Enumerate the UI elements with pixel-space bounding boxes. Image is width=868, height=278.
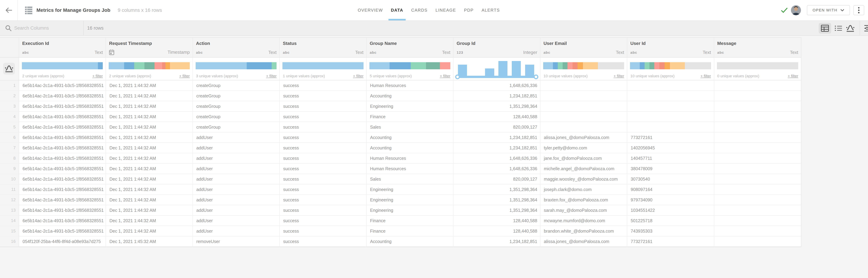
column-header-user-email[interactable]: User EmailabcText bbox=[540, 38, 627, 58]
histogram-segment bbox=[170, 62, 190, 69]
table-cell: success bbox=[280, 91, 367, 101]
table-cell: 1,234,182,851 bbox=[454, 91, 540, 101]
column-type-label: Text bbox=[95, 50, 103, 55]
column-header-request-timestamp[interactable]: Request TimestampTimestamp bbox=[106, 38, 193, 58]
table-cell: Human Resources bbox=[367, 80, 454, 91]
table-cell bbox=[714, 143, 801, 153]
table-cell: Dec 1, 2021 1:44:32 AM bbox=[106, 205, 193, 216]
data-grid: Execution IdabcTextRequest TimestampTime… bbox=[0, 37, 801, 247]
distribution-view-button[interactable] bbox=[844, 23, 857, 34]
table-cell: Dec 1, 2021 1:44:32 AM bbox=[106, 122, 193, 132]
table-cell: createGroup bbox=[193, 80, 280, 91]
table-cell: 1,351,298,364 bbox=[454, 195, 540, 205]
histogram-bar bbox=[512, 61, 521, 76]
histogram-toggle-button[interactable] bbox=[3, 63, 15, 74]
value-histogram[interactable] bbox=[369, 62, 450, 69]
kebab-icon bbox=[858, 7, 860, 13]
table-cell: 1,234,182,851 bbox=[454, 236, 540, 247]
table-cell: success bbox=[280, 216, 367, 226]
value-histogram[interactable] bbox=[22, 62, 103, 69]
page-title: Metrics for Manage Groups Job bbox=[36, 7, 111, 13]
tab-cards[interactable]: CARDS bbox=[411, 0, 428, 21]
tab-overview[interactable]: OVERVIEW bbox=[358, 0, 383, 21]
column-header-user-id[interactable]: User IdabcText bbox=[627, 38, 714, 58]
row-number: 12 bbox=[0, 195, 19, 205]
table-cell: jane.fox_@domoPalooza.com bbox=[540, 153, 627, 164]
filter-link[interactable]: + filter bbox=[179, 74, 190, 78]
table-cell: maggie.woosley_@domoPalooza.com bbox=[540, 174, 627, 184]
filter-link[interactable]: + filter bbox=[353, 74, 364, 78]
table-cell: success bbox=[280, 184, 367, 195]
list-view-button[interactable] bbox=[832, 23, 845, 34]
range-slider-handle-left[interactable] bbox=[455, 74, 460, 79]
histogram-segment bbox=[640, 62, 645, 69]
table-cell: addUser bbox=[193, 226, 280, 236]
table-cell bbox=[714, 184, 801, 195]
filter-link[interactable]: + filter bbox=[614, 74, 624, 78]
value-histogram[interactable] bbox=[109, 62, 190, 69]
tab-pdp[interactable]: PDP bbox=[464, 0, 473, 21]
table-cell bbox=[714, 174, 801, 184]
avatar[interactable] bbox=[791, 5, 801, 15]
numeric-histogram[interactable] bbox=[456, 61, 537, 76]
value-histogram[interactable] bbox=[196, 62, 277, 69]
unique-values-row: 1 unique values (approx)+ filter bbox=[283, 74, 363, 78]
row-number: 5 bbox=[0, 122, 19, 132]
active-tab-underline bbox=[389, 19, 406, 21]
tab-bar: OVERVIEWDATACARDSLINEAGEPDPALERTS bbox=[358, 0, 500, 21]
table-cell: Accounting bbox=[367, 236, 454, 247]
table-cell bbox=[627, 122, 714, 132]
value-histogram[interactable] bbox=[543, 62, 624, 69]
table-cell: 380478009 bbox=[627, 164, 714, 174]
table-cell: 773272161 bbox=[627, 132, 714, 143]
table-cell: success bbox=[280, 164, 367, 174]
unique-values-label: 10 unique values (approx) bbox=[544, 74, 588, 78]
range-slider-handle-right[interactable] bbox=[534, 74, 538, 79]
histogram-segment bbox=[440, 62, 451, 69]
column-type-row: abcText bbox=[283, 50, 363, 55]
histogram-segment bbox=[282, 62, 363, 69]
back-button[interactable] bbox=[5, 7, 13, 13]
value-histogram[interactable] bbox=[630, 62, 711, 69]
table-view-button[interactable] bbox=[819, 23, 831, 34]
value-histogram[interactable] bbox=[282, 62, 363, 69]
table-cell bbox=[714, 164, 801, 174]
filter-link[interactable]: + filter bbox=[701, 74, 711, 78]
histogram-segment bbox=[22, 62, 98, 69]
column-header-execution-id[interactable]: Execution IdabcText bbox=[19, 38, 106, 58]
unique-values-label: 1 unique values (approx) bbox=[283, 74, 325, 78]
table-cell: Dec 1, 2021 1:44:32 AM bbox=[106, 101, 193, 112]
column-header-message[interactable]: MessageabcText bbox=[714, 38, 801, 58]
more-options-button[interactable] bbox=[854, 5, 864, 15]
value-histogram[interactable] bbox=[717, 62, 798, 69]
tab-alerts[interactable]: ALERTS bbox=[482, 0, 500, 21]
column-type-label: Text bbox=[616, 50, 624, 55]
table-cell: 1,351,298,364 bbox=[454, 101, 540, 112]
table-cell bbox=[540, 112, 627, 122]
open-with-button[interactable]: OPEN WITH bbox=[807, 5, 850, 15]
column-header-action[interactable]: ActionabcText bbox=[193, 38, 280, 58]
table-cell: 128,440,588 bbox=[454, 216, 540, 226]
table-cell: 6e5b14ac-2c1a-4931-b3c5-1f8568328551 bbox=[19, 164, 106, 174]
column-header-group-name[interactable]: Group NameabcText bbox=[367, 38, 454, 58]
filter-link[interactable]: + filter bbox=[440, 74, 451, 78]
range-slider-track bbox=[456, 76, 537, 78]
column-header-group-id[interactable]: Group Id123Integer bbox=[454, 38, 540, 58]
table-cell: 1,648,626,336 bbox=[454, 153, 540, 164]
histogram-segment bbox=[717, 62, 798, 69]
tab-lineage[interactable]: LINEAGE bbox=[436, 0, 456, 21]
column-type-label: Text bbox=[355, 50, 364, 55]
tab-data[interactable]: DATA bbox=[391, 0, 403, 21]
filter-settings-button[interactable] bbox=[862, 23, 868, 34]
column-header-status[interactable]: StatusabcText bbox=[280, 38, 367, 58]
filter-link[interactable]: + filter bbox=[92, 74, 103, 78]
unique-values-row: 10 unique values (approx)+ filter bbox=[544, 74, 624, 78]
table-cell: 6e5b14ac-2c1a-4931-b3c5-1f8568328551 bbox=[19, 174, 106, 184]
histogram-cell-user-id: 10 unique values (approx)+ filter bbox=[627, 58, 714, 80]
table-cell: sarah.may_@domoPalooza.com bbox=[540, 205, 627, 216]
unique-values-row: 0 unique values (approx)+ filter bbox=[717, 74, 798, 78]
filter-link[interactable]: + filter bbox=[266, 74, 277, 78]
table-cell bbox=[714, 122, 801, 132]
search-input[interactable] bbox=[14, 23, 80, 33]
filter-link[interactable]: + filter bbox=[787, 74, 798, 78]
